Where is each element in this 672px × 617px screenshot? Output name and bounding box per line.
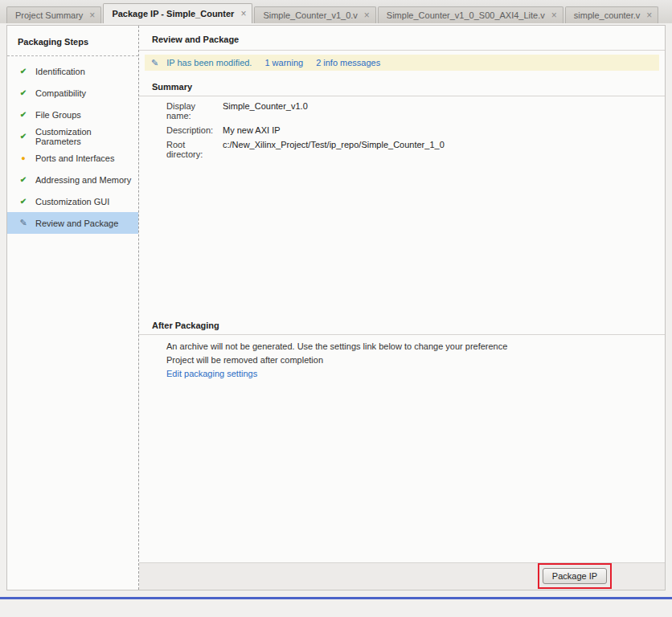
sidebar-item-label: File Groups — [35, 110, 81, 120]
page-title: Review and Package — [152, 35, 239, 44]
packaging-steps-panel: Packaging Steps ✔ Identification ✔ Compa… — [7, 26, 139, 590]
field-row-root-directory: Root directory: c:/New_Xilinx_Project/Te… — [166, 140, 445, 159]
sidebar-item-label: Review and Package — [35, 219, 118, 228]
check-icon: ✔ — [18, 110, 28, 119]
after-packaging-text: An archive will not be generated. Use th… — [166, 340, 507, 381]
sidebar-item-identification[interactable]: ✔ Identification — [7, 60, 138, 82]
sidebar-item-review-and-package[interactable]: ✎ Review and Package — [7, 212, 138, 234]
sidebar-item-label: Compatibility — [35, 88, 86, 98]
field-value: My new AXI IP — [223, 125, 281, 135]
tab-simple-counter-s00-axi4-lite[interactable]: Simple_Counter_v1_0_S00_AXI4_Lite.v × — [378, 6, 563, 23]
field-label: Root directory: — [166, 140, 216, 159]
check-icon: ✔ — [18, 175, 28, 184]
package-ip-button[interactable]: Package IP — [543, 568, 607, 584]
close-icon[interactable]: × — [240, 10, 246, 18]
modified-notification-bar: ✎ IP has been modified. 1 warning 2 info… — [145, 55, 659, 71]
highlight-annotation: Package IP — [538, 563, 612, 589]
after-packaging-section-title: After Packaging — [152, 321, 219, 330]
field-row-display-name: Display name: Simple_Counter_v1.0 — [166, 101, 445, 121]
sidebar-item-customization-gui[interactable]: ✔ Customization GUI — [7, 190, 138, 212]
tab-label: Project Summary — [15, 10, 83, 20]
packaging-steps-title: Packaging Steps — [7, 31, 138, 56]
sidebar-item-label: Ports and Interfaces — [35, 153, 114, 163]
sidebar-item-file-groups[interactable]: ✔ File Groups — [7, 104, 138, 125]
sidebar-item-label: Customization Parameters — [35, 127, 138, 146]
close-icon[interactable]: × — [89, 11, 95, 19]
sidebar-item-label: Customization GUI — [35, 197, 109, 206]
edit-icon: ✎ — [18, 218, 28, 228]
warning-link[interactable]: 1 warning — [264, 58, 303, 67]
tab-simple-counter-v1-0[interactable]: Simple_Counter_v1_0.v × — [254, 6, 375, 23]
sidebar-item-label: Addressing and Memory — [35, 175, 131, 185]
tab-label: Simple_Counter_v1_0_S00_AXI4_Lite.v — [387, 10, 545, 20]
sidebar-item-compatibility[interactable]: ✔ Compatibility — [7, 82, 138, 104]
close-icon[interactable]: × — [646, 11, 652, 19]
check-icon: ✔ — [18, 88, 28, 97]
summary-section-title: Summary — [152, 82, 192, 92]
check-icon: ✔ — [18, 132, 28, 141]
sidebar-item-ports-and-interfaces[interactable]: ● Ports and Interfaces — [7, 147, 138, 169]
info-messages-link[interactable]: 2 info messages — [316, 58, 380, 67]
summary-fields: Display name: Simple_Counter_v1.0 Descri… — [166, 101, 445, 159]
document-tabbar: Project Summary × Package IP - Simple_Co… — [0, 0, 672, 23]
tab-label: Simple_Counter_v1_0.v — [263, 10, 357, 20]
close-icon[interactable]: × — [551, 11, 557, 19]
tab-simple-counter-v[interactable]: simple_counter.v × — [565, 6, 659, 23]
footer-bar: Package IP — [139, 562, 665, 590]
pencil-icon: ✎ — [151, 58, 158, 68]
tab-project-summary[interactable]: Project Summary × — [6, 6, 101, 23]
field-row-description: Description: My new AXI IP — [166, 125, 445, 135]
sidebar-item-label: Identification — [35, 67, 85, 76]
divider — [139, 334, 665, 335]
field-label: Description: — [166, 125, 216, 135]
package-ip-window: Packaging Steps ✔ Identification ✔ Compa… — [6, 25, 666, 590]
divider — [139, 96, 665, 96]
after-packaging-line: An archive will not be generated. Use th… — [166, 340, 507, 353]
check-icon: ✔ — [18, 197, 28, 206]
sidebar-item-customization-parameters[interactable]: ✔ Customization Parameters — [7, 125, 138, 147]
sidebar-item-addressing-and-memory[interactable]: ✔ Addressing and Memory — [7, 169, 138, 190]
edit-packaging-settings-link[interactable]: Edit packaging settings — [166, 367, 507, 381]
tab-package-ip-simple-counter[interactable]: Package IP - Simple_Counter × — [103, 3, 252, 23]
field-value: Simple_Counter_v1.0 — [223, 101, 308, 111]
tab-label: simple_counter.v — [574, 10, 641, 20]
modified-message: IP has been modified. — [166, 58, 252, 67]
review-and-package-panel: Review and Package ✎ IP has been modifie… — [139, 26, 665, 590]
divider — [139, 50, 665, 51]
close-icon[interactable]: × — [364, 11, 370, 19]
after-packaging-line: Project will be removed after completion — [166, 353, 507, 367]
warning-icon: ● — [18, 154, 28, 162]
field-label: Display name: — [166, 101, 216, 121]
check-icon: ✔ — [18, 67, 28, 76]
tab-label: Package IP - Simple_Counter — [112, 9, 234, 18]
bottom-accent-line — [0, 597, 672, 599]
field-value: c:/New_Xilinx_Project/Test/ip_repo/Simpl… — [223, 140, 445, 149]
